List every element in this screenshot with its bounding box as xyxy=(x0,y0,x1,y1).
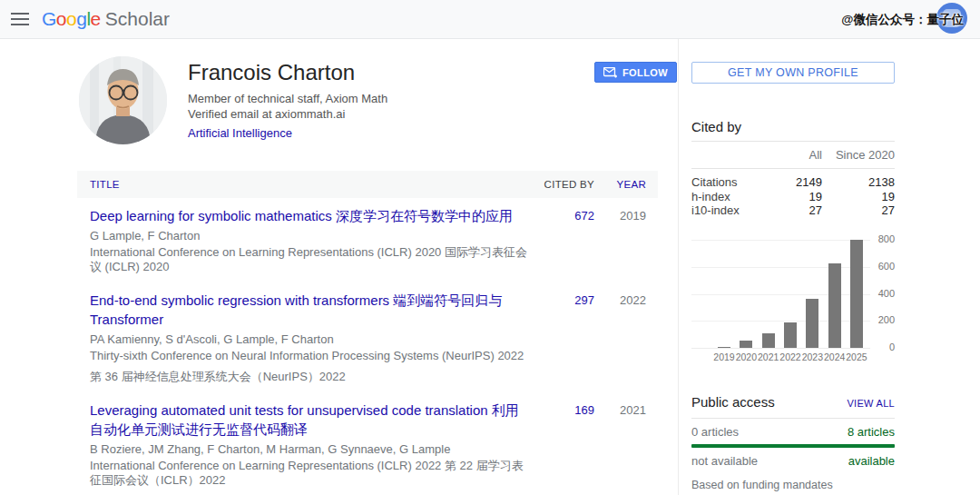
cited-by-col-all: All xyxy=(768,148,822,162)
article-year: 2022 xyxy=(605,291,646,384)
h-index-since-value: 19 xyxy=(822,190,895,204)
chart-gridline xyxy=(691,267,870,268)
chart-bar-2019[interactable] xyxy=(718,347,730,348)
cited-by-rows: Citations 2149 2138 h-index 19 19 i10-in… xyxy=(691,169,895,218)
article-row: End-to-end symbolic regression with tran… xyxy=(77,282,658,392)
content-sidebar-divider xyxy=(678,39,679,495)
cited-by-columns: All Since 2020 xyxy=(691,142,895,168)
h-index-all-value: 19 xyxy=(768,190,822,204)
watermark-text: @微信公众号：量子位 xyxy=(841,12,964,28)
article-venue: International Conference on Learning Rep… xyxy=(90,245,531,274)
scholar-logo-text: Scholar xyxy=(105,8,170,30)
divider xyxy=(691,418,895,419)
article-cited-by: 169 xyxy=(540,401,594,488)
citations-label: Citations xyxy=(691,175,768,190)
i10-index-row: i10-index 27 27 xyxy=(691,203,895,218)
article-venue: Thirty-sixth Conference on Neural Inform… xyxy=(90,349,531,363)
article-year: 2019 xyxy=(605,206,646,274)
article-cited-by-link[interactable]: 297 xyxy=(574,293,594,307)
articles-table-header: TITLE CITED BY YEAR xyxy=(77,171,658,198)
view-all-link[interactable]: VIEW ALL xyxy=(847,398,895,409)
chart-gridline xyxy=(691,294,870,295)
article-title-link[interactable]: Deep learning for symbolic mathematics 深… xyxy=(90,206,531,225)
articles-table: TITLE CITED BY YEAR Deep learning for sy… xyxy=(77,171,658,495)
profile-info: Francois Charton Member of technical sta… xyxy=(188,60,578,140)
chart-x-tick: 2025 xyxy=(843,351,870,362)
citations-row: Citations 2149 2138 xyxy=(691,175,895,190)
chart-bar-2021[interactable] xyxy=(762,333,775,348)
google-logo-text: Google xyxy=(42,8,101,30)
column-title[interactable]: TITLE xyxy=(90,179,540,190)
chart-gridline xyxy=(691,240,870,241)
public-access-title: Public access xyxy=(691,394,847,410)
chart-bar-2025[interactable] xyxy=(850,240,863,348)
follow-button[interactable]: FOLLOW xyxy=(594,62,677,83)
follow-button-label: FOLLOW xyxy=(622,67,668,78)
available-count: 8 articles xyxy=(848,425,895,439)
get-my-own-profile-button[interactable]: GET MY OWN PROFILE xyxy=(691,62,895,84)
article-main: Deep learning for symbolic mathematics 深… xyxy=(90,206,540,274)
chart-gridline xyxy=(691,348,870,349)
not-available-label: not available xyxy=(691,454,848,468)
article-venues: International Conference on Learning Rep… xyxy=(90,245,531,274)
envelope-plus-icon xyxy=(603,67,617,78)
article-authors: G Lample, F Charton xyxy=(90,229,531,243)
chart-y-tick: 800 xyxy=(870,233,895,244)
chart-bar-2024[interactable] xyxy=(828,263,841,348)
article-venues: International Conference on Learning Rep… xyxy=(90,459,531,488)
not-available-count: 0 articles xyxy=(691,425,848,439)
chart-y-tick: 400 xyxy=(870,288,895,299)
article-venue: 第 36 届神经信息处理系统大会（NeurIPS）2022 xyxy=(90,370,531,384)
chart-y-tick: 0 xyxy=(870,342,895,352)
profile-photo-image xyxy=(79,56,167,144)
article-venue: International Conference on Learning Rep… xyxy=(90,459,531,488)
article-authors: B Roziere, JM Zhang, F Charton, M Harman… xyxy=(90,442,531,457)
google-scholar-profile-page: Google Scholar @微信公众号：量子位 Francois Chart… xyxy=(0,0,980,495)
profile-name: Francois Charton xyxy=(188,60,578,84)
funding-mandates-note: Based on funding mandates xyxy=(691,479,895,491)
article-authors: PA Kamienny, S d'Ascoli, G Lample, F Cha… xyxy=(90,332,531,347)
i10-index-label: i10-index xyxy=(691,203,768,218)
chart-bar-2023[interactable] xyxy=(806,299,818,348)
column-year[interactable]: YEAR xyxy=(605,179,646,190)
profile-affiliation: Member of technical staff, Axiom Math xyxy=(188,91,578,106)
article-title-link[interactable]: End-to-end symbolic regression with tran… xyxy=(90,291,531,329)
citations-since-value: 2138 xyxy=(822,175,895,190)
chart-y-tick: 600 xyxy=(870,261,895,272)
menu-icon[interactable] xyxy=(11,13,29,25)
i10-index-since-value: 27 xyxy=(822,203,895,218)
article-cited-by: 297 xyxy=(540,291,594,384)
chart-gridline xyxy=(691,321,870,322)
citations-all-value: 2149 xyxy=(768,175,822,190)
h-index-row: h-index 19 19 xyxy=(691,190,895,204)
article-venues: Thirty-sixth Conference on Neural Inform… xyxy=(90,349,531,384)
article-row: Leveraging automated unit tests for unsu… xyxy=(77,392,658,495)
article-row: Deep learning for symbolic mathematics 深… xyxy=(77,198,658,282)
article-cited-by: 672 xyxy=(540,206,594,274)
profile-verified-email: Verified email at axiommath.ai xyxy=(188,106,578,122)
cited-by-title: Cited by xyxy=(691,119,895,134)
articles-list: Deep learning for symbolic mathematics 深… xyxy=(77,198,658,495)
interest-link[interactable]: Artificial Intelligence xyxy=(188,126,292,140)
public-access-progress-bar xyxy=(691,444,895,448)
column-cited-by[interactable]: CITED BY xyxy=(540,179,594,190)
article-year: 2021 xyxy=(605,401,646,488)
top-bar: Google Scholar @微信公众号：量子位 xyxy=(0,0,980,39)
public-access-panel: Public access VIEW ALL 0 articles 8 arti… xyxy=(691,394,895,491)
profile-interests: Artificial Intelligence xyxy=(188,126,578,140)
article-main: Leveraging automated unit tests for unsu… xyxy=(90,401,540,488)
article-main: End-to-end symbolic regression with tran… xyxy=(90,291,540,384)
article-cited-by-link[interactable]: 169 xyxy=(574,403,594,417)
h-index-label: h-index xyxy=(691,190,768,204)
citations-per-year-chart: 0200400600800201920202021202220232024202… xyxy=(691,229,895,361)
profile-photo[interactable] xyxy=(79,56,167,144)
google-scholar-logo[interactable]: Google Scholar xyxy=(42,8,170,30)
article-title-link[interactable]: Leveraging automated unit tests for unsu… xyxy=(90,401,531,439)
chart-bar-2022[interactable] xyxy=(784,322,797,348)
chart-y-tick: 200 xyxy=(870,314,895,325)
i10-index-all-value: 27 xyxy=(768,203,822,218)
cited-by-panel: Cited by All Since 2020 Citations 2149 2… xyxy=(691,119,895,218)
article-cited-by-link[interactable]: 672 xyxy=(574,209,594,223)
available-label: available xyxy=(848,454,895,468)
chart-bar-2020[interactable] xyxy=(740,341,752,348)
